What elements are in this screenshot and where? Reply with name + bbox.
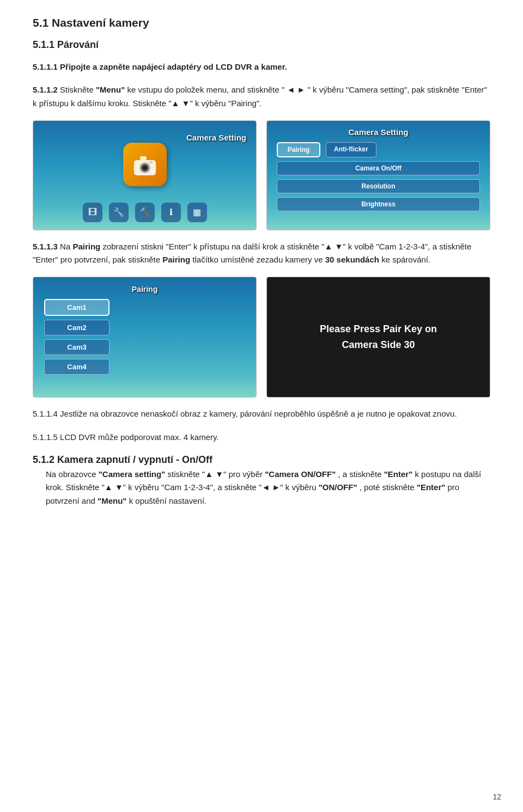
para-5-1-2-menu: "Menu" [98,496,126,505]
para-5-1-1-2-label: 5.1.1.2 [33,85,60,94]
para-5-1-2-body: Na obrazovce "Camera setting" stiskněte … [46,468,490,508]
cs-menu-row-3: Resolution [277,179,480,193]
section-5-1-2: 5.1.2 Kamera zapnutí / vypnutí - On/Off … [33,454,490,508]
para-5-1-1-3-30: 30 sekundách [325,255,379,264]
pairing-cam4-btn: Cam4 [44,359,110,375]
para-5-1-1-4: 5.1.1.4 Jestliže na obrazovce nenaskočí … [33,407,490,421]
icon-grid: ▦ [187,203,207,222]
cs-menu-row-4: Brightness [277,197,480,211]
para-5-1-1-3: 5.1.1.3 Na Pairing zobrazení stiskni "En… [33,240,490,267]
pairing-cam1-btn: Cam1 [44,299,110,316]
cs-bottom-icons: 🎞 🔧 🔨 ℹ ▦ [33,203,256,222]
para-5-1-2-body4: , poté stiskněte [360,483,417,492]
please-press-line1: Please Press Pair Key on [320,323,437,334]
para-5-1-1-3-num: 5.1.1.3 [33,242,60,251]
section-5-1-1-2: 5.1.1.2 Stiskněte "Menu" ke vstupu do po… [33,83,490,111]
section-5-1-1-1: 5.1.1.1 Připojte a zapněte napájecí adap… [33,60,490,74]
para-5-1-1-2-arrows: ◄ ► [287,85,306,94]
camera-setting-icon-screen-box: Camera Setting 🎞 🔧 [33,120,257,230]
svg-rect-5 [140,156,147,160]
image-row-2: Pairing Cam1 Cam2 Cam3 Cam4 Please Press… [33,277,490,398]
please-press-screen: Please Press Pair Key on Camera Side 30 [267,277,490,397]
section-5-1-2-title: 5.1.2 Kamera zapnutí / vypnutí - On/Off [33,454,490,466]
para-5-1-1-5: 5.1.1.5 LCD DVR může podporovat max. 4 k… [33,431,490,444]
para-5-1-1-1-text: 5.1.1.1 Připojte a zapněte napájecí adap… [33,62,287,71]
section-5-1-1-5: 5.1.1.5 LCD DVR může podporovat max. 4 k… [33,431,490,444]
camera-setting-icon-screen: Camera Setting 🎞 🔧 [33,121,256,230]
camera-svg-icon [131,150,159,179]
para-5-1-1-3-body3: tlačítko umístěné zezadu kamery ve [192,255,325,264]
cs-icon-title: Camera Setting [186,133,246,142]
please-press-text: Please Press Pair Key on Camera Side 30 [320,321,437,353]
cs-menu-btn-antiflicker: Anti-flicker [326,142,376,157]
camera-setting-menu-screen-box: Camera Setting Pairing Anti-flicker Came… [266,120,490,230]
para-5-1-2-onoff: "Camera ON/OFF" [265,469,336,479]
section-5-1-1: 5.1.1 Párování [33,39,490,51]
pairing-cam2-btn: Cam2 [44,320,110,335]
page-number: 12 [492,792,501,801]
please-press-line2: Camera Side 30 [342,339,415,350]
para-5-1-1-2-menu: "Menu" [96,85,125,94]
para-5-1-2-body6: k opuštění nastavení. [129,496,207,505]
image-row-1: Camera Setting 🎞 🔧 [33,120,490,230]
para-5-1-2-camera-setting: "Camera setting" [99,469,166,479]
section-5-1-title: 5.1 Nastavení kamery [33,16,490,29]
para-5-1-2-stisknete: stiskněte "▲ ▼" pro výběr [167,469,265,479]
page-content: 5.1 Nastavení kamery 5.1.1 Párování 5.1.… [33,16,490,508]
para-5-1-1-3-pairing2: Pairing [162,255,190,264]
para-5-1-1-3-na: Na [60,242,72,251]
section-5-1-1-3: 5.1.1.3 Na Pairing zobrazení stiskni "En… [33,240,490,267]
para-5-1-1-3-pairing: Pairing [72,242,100,251]
para-5-1-1-3-body4: ke spárování. [381,255,430,264]
section-5-1-1-4: 5.1.1.4 Jestliže na obrazovce nenaskočí … [33,407,490,421]
camera-setting-menu-screen: Camera Setting Pairing Anti-flicker Came… [267,121,490,230]
cs-menu-row-1: Pairing Anti-flicker [277,142,480,157]
cs-menu-btn-brightness: Brightness [277,197,480,211]
cs-menu-screen-title: Camera Setting [277,127,480,137]
para-5-1-1-1: 5.1.1.1 Připojte a zapněte napájecí adap… [33,60,490,74]
para-5-1-2-na: Na obrazovce [46,469,99,479]
section-5-1: 5.1 Nastavení kamery [33,16,490,29]
para-5-1-2-body2: , a stiskněte [338,469,384,479]
icon-wrench: 🔧 [109,203,129,222]
pairing-cam3-btn: Cam3 [44,339,110,355]
para-5-1-2-enter: "Enter" [384,469,413,479]
cs-menu-row-2: Camera On/Off [277,161,480,175]
pairing-screen-box: Pairing Cam1 Cam2 Cam3 Cam4 [33,277,257,398]
icon-film: 🎞 [83,203,102,222]
icon-info: ℹ [161,203,181,222]
para-5-1-1-2-stisknte: Stiskněte [60,85,96,94]
camera-icon-box [123,143,167,186]
para-5-1-2-enter2: "Enter" [417,483,446,492]
section-5-1-1-title: 5.1.1 Párování [33,39,490,51]
icon-tool: 🔨 [135,203,155,222]
para-5-1-2-onoff2: "ON/OFF" [319,483,357,492]
para-5-1-1-2-body: ke vstupu do položek menu, and stiskněte… [127,85,284,94]
cs-menu-btn-cameraonoff: Camera On/Off [277,161,480,175]
pairing-screen-title: Pairing [44,285,245,294]
svg-rect-6 [149,161,153,163]
para-5-1-1-2: 5.1.1.2 Stiskněte "Menu" ke vstupu do po… [33,83,490,111]
please-press-screen-box: Please Press Pair Key on Camera Side 30 [266,277,490,398]
svg-point-4 [143,166,147,170]
pairing-screen: Pairing Cam1 Cam2 Cam3 Cam4 [33,277,256,397]
cs-menu-btn-pairing: Pairing [277,142,320,157]
cs-menu-btn-resolution: Resolution [277,179,480,193]
